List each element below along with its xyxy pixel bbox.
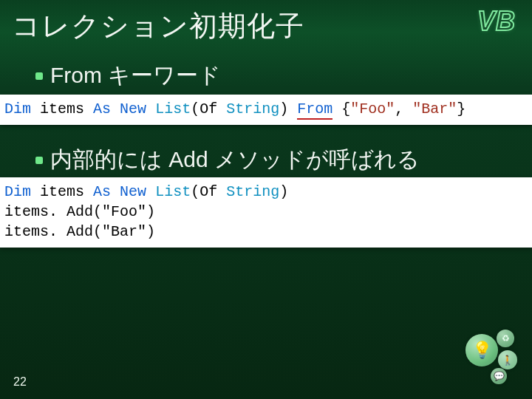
walk-icon: 🚶 <box>498 350 517 369</box>
code-close-paren: ) <box>279 183 288 200</box>
slide-title: コレクション初期化子 <box>12 7 304 45</box>
bulb-icon: 💡 <box>466 334 498 366</box>
code-line-2: items. Add("Foo") <box>4 202 528 222</box>
code-type-string: String <box>226 100 279 117</box>
code-close-paren: ) <box>279 100 288 117</box>
code-kw-as: As <box>93 183 111 200</box>
code-line-3: items. Add("Bar") <box>4 222 528 242</box>
slide: コレクション初期化子 VB From キーワード Dim items As Ne… <box>0 0 532 399</box>
code-kw-new: New <box>120 183 146 200</box>
bullet-from-keyword: From キーワード <box>35 61 221 91</box>
code-comma: , <box>395 100 403 117</box>
recycle-icon: ♻ <box>497 330 514 347</box>
code-id-items2: items <box>40 100 84 117</box>
chat-icon: 💬 <box>491 368 507 384</box>
code-id-items: items <box>40 183 84 200</box>
code-brace-close: } <box>457 100 466 117</box>
code-type-string: String <box>226 183 279 200</box>
bullet-add-method: 内部的には Add メソッドが呼ばれる <box>35 145 420 175</box>
bullet-text: 内部的には Add メソッドが呼ばれる <box>50 145 420 175</box>
code-type-list: List <box>155 183 191 200</box>
code-kw-dim: Dim <box>4 183 31 200</box>
code-kw-dim: Dim <box>4 100 31 117</box>
code-kw-as: As <box>93 100 111 117</box>
code-str-foo: "Foo" <box>350 100 395 117</box>
code-str-bar: "Bar" <box>412 100 457 117</box>
code-kw-from: From <box>297 100 332 120</box>
bullet-icon <box>35 157 43 164</box>
code-box-1: Dim items As New List(Of String) From {"… <box>0 95 532 125</box>
code-box-2: Dim items As New List(Of String) items. … <box>0 177 532 248</box>
bullet-text: From キーワード <box>50 61 221 91</box>
code-kw-new: New <box>120 100 146 117</box>
bullet-icon <box>35 72 43 80</box>
page-number: 22 <box>13 375 27 389</box>
code-brace-open: { <box>341 100 350 117</box>
code-type-list: List <box>155 100 191 117</box>
code-of-open: (Of <box>191 100 217 117</box>
vb-badge: VB <box>477 6 516 37</box>
corner-decoration: 💡 ♻ 🚶 💬 <box>436 325 525 392</box>
code-line-1: Dim items As New List(Of String) <box>4 182 528 202</box>
code-of-open: (Of <box>191 183 217 200</box>
